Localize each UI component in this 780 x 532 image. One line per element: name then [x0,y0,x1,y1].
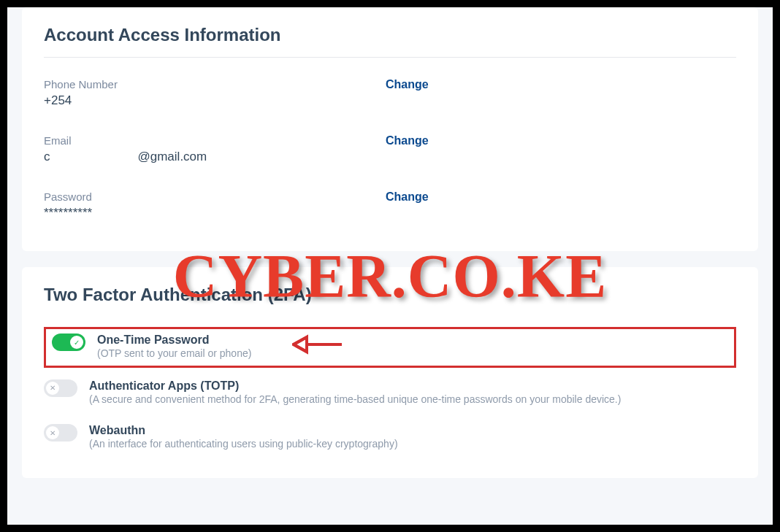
email-prefix: c [44,150,50,163]
totp-desc: (A secure and convenient method for 2FA,… [89,393,688,407]
otp-highlight: ✓ One-Time Password (OTP sent to your em… [44,327,736,368]
x-icon: ✕ [46,426,59,439]
email-suffix: @gmail.com [138,150,207,163]
webauthn-row: ✕ Webauthn (An interface for authenticat… [44,415,736,460]
otp-desc: (OTP sent to your email or phone) [97,347,728,361]
account-title: Account Access Information [44,25,736,45]
totp-title: Authenticator Apps (TOTP) [89,379,736,393]
twofa-title: Two Factor Authentication (2FA) [44,285,736,305]
phone-label: Phone Number [44,78,386,90]
divider [44,57,736,58]
x-icon: ✕ [46,382,59,395]
change-password-link[interactable]: Change [386,190,736,204]
password-label: Password [44,190,386,203]
check-icon: ✓ [70,336,83,349]
email-redacted [50,152,138,163]
twofa-card: Two Factor Authentication (2FA) ✓ One-Ti… [22,267,758,478]
totp-toggle[interactable]: ✕ [44,379,77,397]
webauthn-title: Webauthn [89,424,736,437]
webauthn-desc: (An interface for authenticating users u… [89,437,736,452]
email-row: Email c@gmail.com Change [44,121,736,177]
webauthn-toggle[interactable]: ✕ [44,424,77,442]
otp-title: One-Time Password [97,334,728,347]
password-value: ********** [44,206,386,220]
change-phone-link[interactable]: Change [386,78,736,91]
totp-row: ✕ Authenticator Apps (TOTP) (A secure an… [44,371,736,416]
phone-value: +254 [44,93,386,108]
email-label: Email [44,134,386,147]
otp-toggle[interactable]: ✓ [52,334,85,351]
email-value: c@gmail.com [44,150,386,164]
password-row: Password ********** Change [44,177,736,234]
phone-row: Phone Number +254 Change [44,65,736,121]
change-email-link[interactable]: Change [386,134,736,147]
account-card: Account Access Information Phone Number … [22,7,758,251]
